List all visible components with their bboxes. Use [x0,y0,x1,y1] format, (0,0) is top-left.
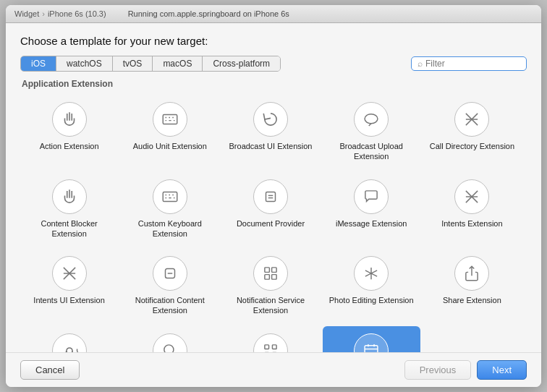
grid-item-intents-ext[interactable]: Intents Extension [423,172,521,247]
tab-cross-platform[interactable]: Cross-platform [203,56,280,71]
previous-button[interactable]: Previous [404,360,472,380]
filter-icon: ⌕ [417,59,423,69]
grid-item-label: Intents UI Extension [33,295,104,305]
dialog-title: Choose a template for your new target: [20,35,527,47]
icon-grid [253,256,288,291]
grid-item-label: Custom Keyboard Extension [125,218,214,239]
svg-rect-12 [163,192,177,201]
platform-tabs: iOS watchOS tvOS macOS Cross-platform [20,56,281,72]
grid-item-document-provider-ext[interactable]: Document Provider [221,172,319,247]
running-label: Running com.apple.springboard on iPhone … [128,9,289,18]
grid-item-label: Broadcast UI Extension [229,141,313,151]
svg-rect-31 [272,268,277,273]
grid-item-photo-editing-ext[interactable]: Photo Editing Extension [323,249,420,323]
grid-item-label: Audio Unit Extension [133,141,207,151]
grid-item-notification-service-ext[interactable]: Notification Service Extension [221,249,319,323]
grid-item-audio-unit-ext[interactable]: Audio Unit Extension [121,95,219,169]
grid-item-today-ext[interactable]: 17Today Extension [323,326,420,352]
grid-item-label: Notification Content Extension [125,295,214,316]
grid-item-broadcast-upload-ext[interactable]: Broadcast Upload Extension [323,95,420,169]
tab-ios[interactable]: iOS [21,56,56,71]
breadcrumb-widget: Widget [14,9,39,18]
grid-item-label: Notification Service Extension [226,295,315,316]
icon-message [354,102,389,137]
svg-rect-41 [265,345,269,349]
grid-item-label: iMessage Extension [336,218,407,229]
tab-tvos[interactable]: tvOS [113,56,153,71]
icon-cross-lines [454,102,489,137]
dialog-content: Choose a template for your new target: i… [6,23,541,352]
grid-item-intents-ui-ext[interactable]: Intents UI Extension [20,249,118,323]
grid-item-content-blocker-ext[interactable]: Content Blocker Extension [20,172,118,247]
grid-item-label: Call Directory Extension [430,141,514,151]
dialog-window: Widget › iPhone 6s (10.3) Running com.ap… [6,5,541,387]
template-grid: Action ExtensionAudio Unit ExtensionBroa… [20,95,527,352]
section-header: Application Extension [20,79,527,89]
svg-point-39 [164,345,174,352]
svg-rect-19 [266,192,275,201]
svg-rect-30 [265,268,270,273]
icon-grid2 [253,333,288,352]
icon-keyboard2 [153,179,187,214]
grid-item-label: Document Provider [237,218,305,229]
icon-square-corner [153,256,187,291]
grid-item-label: Intents Extension [441,218,502,229]
cancel-button[interactable]: Cancel [20,360,80,380]
svg-point-7 [365,114,378,124]
icon-refresh [253,102,288,137]
filter-input[interactable] [425,59,520,69]
breadcrumb-device: iPhone 6s (10.3) [48,9,106,18]
grid-item-broadcast-ui-ext[interactable]: Broadcast UI Extension [221,95,319,169]
breadcrumb: Widget › iPhone 6s (10.3) [14,9,106,18]
icon-keyboard [153,102,187,137]
tab-macos[interactable]: macOS [153,56,203,71]
grid-item-label: Action Extension [40,141,99,151]
icon-calendar: 17 [354,333,389,352]
tab-watchos[interactable]: watchOS [56,56,113,71]
footer: Cancel Previous Next [6,352,541,387]
titlebar: Widget › iPhone 6s (10.3) Running com.ap… [6,5,541,23]
grid-item-imessage-ext[interactable]: iMessage Extension [323,172,420,247]
breadcrumb-sep1: › [42,9,45,18]
grid-item-label: Content Blocker Extension [25,218,114,239]
icon-share [454,256,489,291]
filter-box: ⌕ [411,56,527,71]
icon-asterisk [354,256,389,291]
grid-item-spotlight-index-ext[interactable]: Spotlight Index Extension [121,326,219,352]
svg-rect-32 [265,275,270,280]
icon-at [52,333,87,352]
icon-cross-lines2 [52,256,87,291]
icon-bubble [354,179,389,214]
icon-hand [52,179,87,214]
grid-item-sticker-pack-ext[interactable]: Sticker Pack Extension [221,326,319,352]
grid-item-share-ext[interactable]: Share Extension [423,249,521,323]
grid-item-label: Photo Editing Extension [329,295,414,305]
tab-row: iOS watchOS tvOS macOS Cross-platform ⌕ [20,56,527,72]
svg-rect-0 [163,115,177,124]
grid-scroll[interactable]: Action ExtensionAudio Unit ExtensionBroa… [20,95,527,352]
svg-rect-42 [272,345,276,349]
grid-item-custom-keyboard-ext[interactable]: Custom Keyboard Extension [121,172,219,247]
footer-left: Cancel [20,360,80,380]
footer-right: Previous Next [404,360,527,380]
icon-square-lines [253,179,288,214]
svg-rect-33 [272,275,277,280]
next-button[interactable]: Next [477,360,527,380]
icon-magnify [153,333,187,352]
grid-item-action-ext[interactable]: Action Extension [20,95,118,169]
icon-hand [52,102,87,137]
grid-item-shared-links-ext[interactable]: Shared Links Extension [20,326,118,352]
grid-item-call-directory-ext[interactable]: Call Directory Extension [423,95,521,169]
grid-item-notification-content-ext[interactable]: Notification Content Extension [121,249,219,323]
icon-cross-lines2 [454,179,489,214]
grid-item-label: Share Extension [443,295,501,305]
grid-item-label: Broadcast Upload Extension [327,141,416,162]
